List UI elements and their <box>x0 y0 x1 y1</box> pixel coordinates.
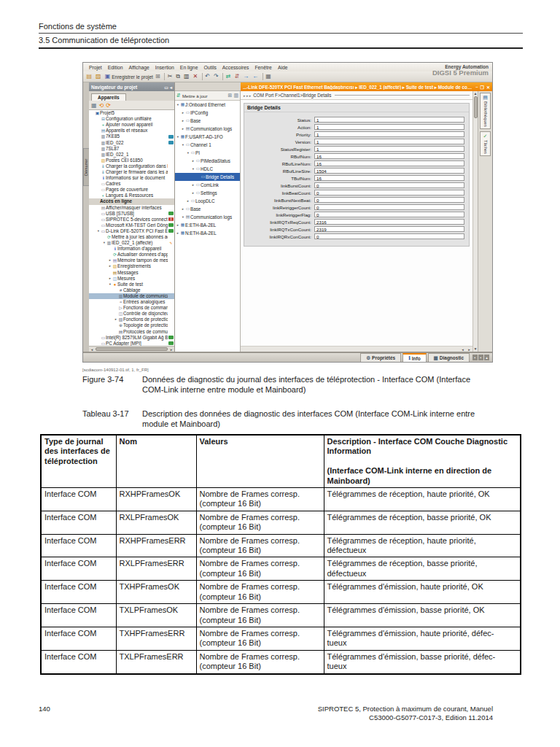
tree-item[interactable]: ▾ ▤ Communication logs <box>175 213 240 221</box>
tree-item[interactable]: ▥ IED_022 <box>89 139 174 145</box>
tree-item[interactable]: ▭ Cadres <box>89 181 174 187</box>
field-value[interactable]: 1 <box>314 139 464 144</box>
tab-start[interactable]: Démarrer <box>83 148 89 186</box>
tree-item[interactable]: ▥ 7KE85 <box>89 133 174 139</box>
new-project-button[interactable]: ▤ <box>85 72 95 81</box>
field-value[interactable]: 0 <box>314 182 464 188</box>
tree-item[interactable]: ℹ Information d'appareil <box>89 246 174 252</box>
tree-item[interactable]: ⟳ Actualiser données d'appareils <box>89 252 174 258</box>
navigator-hscrollbar[interactable]: ◂ ▸ <box>89 346 174 352</box>
toolbar-button[interactable] <box>164 73 165 80</box>
tree-item[interactable]: ▾ ▦ J:Onboard Ethernet <box>175 101 240 109</box>
field-value[interactable]: 0 <box>314 197 464 203</box>
print-button[interactable]: ⊞ <box>154 72 163 81</box>
form-vscrollbar[interactable]: ▲ ▼ <box>472 91 478 352</box>
toolbar-button[interactable] <box>202 73 203 80</box>
field-value[interactable]: 2316 <box>314 219 464 225</box>
minimize-icon[interactable]: – <box>475 85 478 89</box>
tree-item[interactable]: ▾ ▦ F:USART-AD-1FO <box>175 133 240 141</box>
tree-item[interactable]: ▥ IED_022_1 <box>89 152 174 158</box>
menu-item[interactable]: Affichage <box>126 65 152 70</box>
close-icon[interactable]: ✕ <box>486 85 490 90</box>
tree-item[interactable]: ▸ ▭ Base <box>175 117 240 125</box>
refresh-button[interactable]: Mettre à jour <box>182 93 227 98</box>
go-online-button[interactable]: ⇄ <box>225 72 233 81</box>
form-hscrollbar[interactable]: ◂ ▸ <box>241 346 472 352</box>
tree-item[interactable]: # Câblage <box>89 287 174 293</box>
tree-item[interactable]: ▸ ▦ N:ETH-BA-2EL <box>175 229 240 237</box>
tree-item[interactable]: ▾ ▥ IED_022_1 (affecté) ✎ <box>89 240 174 246</box>
inspector-tab[interactable]: ⚙ Propriétés <box>360 353 401 362</box>
tree-item[interactable]: ▭ Microsoft KM-TEST Geri Döngü Bağda... <box>89 222 174 228</box>
tree-item[interactable]: ▤ Messages <box>89 270 174 276</box>
tree-item[interactable]: ▸ ▤ Communication logs <box>175 125 240 133</box>
tree-item[interactable]: ▸ ▧ Fonctions de protection <box>89 317 174 322</box>
tree-item[interactable]: + Ajouter nouvel appareil <box>89 122 174 128</box>
menu-item[interactable]: En ligne <box>177 65 201 70</box>
menu-item[interactable]: Accessoires <box>219 65 252 70</box>
cut-button[interactable]: ✂ <box>166 72 175 81</box>
tree-item[interactable]: ▸ ▦ E:ETH-BA-2EL <box>175 221 240 229</box>
tree-item[interactable]: ▾ ▭ D-Link DFE-520TX PCI Fast Ethernet B… <box>89 228 174 234</box>
tree-item[interactable]: ▭ USB [S7USB] <box>89 211 174 217</box>
tree-item[interactable]: ◐ Langues & Ressources <box>89 193 174 198</box>
tree-item[interactable]: ▣ Projet5 <box>89 110 174 116</box>
tree-item[interactable]: ⇓ Charger la configuration dans les ap..… <box>89 163 174 169</box>
tree-item[interactable]: ⇓ Charger le firmware dans les appareils <box>89 169 174 175</box>
sync-online-icon[interactable]: ⟲ <box>99 102 104 109</box>
field-value[interactable]: 0 <box>314 190 464 196</box>
side-tab[interactable]: ▤ Bibliothèques <box>480 93 491 129</box>
menu-item[interactable]: Fenêtre <box>252 65 274 70</box>
tree-item[interactable]: ▥ Module de communication <box>89 293 174 299</box>
breadcrumb-arrows-icon[interactable]: ▸ ▸ ▸ <box>244 93 251 98</box>
tree-item[interactable]: ▸ ▭ LoopDLC <box>175 197 240 205</box>
tree-item[interactable]: ▤ Protocoles de communication <box>89 328 174 334</box>
field-value[interactable]: 1 <box>314 124 464 130</box>
tree-item[interactable]: ▥ 7SL87 <box>89 146 174 152</box>
tree-item[interactable]: ▷ Fonctions de commande <box>89 305 174 311</box>
tree-item[interactable]: Accès en ligne <box>89 198 174 204</box>
tree-item[interactable]: ▭ Pages de couverture <box>89 187 174 193</box>
tree-item[interactable]: ▾ ▭ HDLC <box>175 165 240 173</box>
tree-item[interactable]: ℹ Informations sur le document <box>89 175 174 181</box>
tree-item[interactable]: ▸ ▭ PIMediaStatus <box>175 157 240 165</box>
tree-item[interactable]: ▭ Bridge Details <box>175 173 240 181</box>
scroll-thumb[interactable] <box>474 96 478 118</box>
field-value[interactable]: 0 <box>314 212 464 217</box>
tree-item[interactable]: ▾ ▭ Channel 1 <box>175 141 240 149</box>
tree-item[interactable]: ▸ ▭ ComLink <box>175 181 240 189</box>
pin-icon[interactable]: ▭ <box>164 85 168 90</box>
scroll-left-icon[interactable]: ◂ <box>459 347 466 352</box>
tree-item[interactable]: ▨ Postes CEI 61850 <box>89 158 174 163</box>
tree-item[interactable]: ▸ ▭ Base <box>175 205 240 213</box>
details-view-icon[interactable]: ▦ <box>91 102 97 109</box>
tree-item[interactable]: ≈ Entrées analogiques <box>89 299 174 305</box>
menu-item[interactable]: Insertion <box>152 65 177 70</box>
inspector-tab[interactable]: ℹ Info <box>402 353 426 362</box>
field-value[interactable]: 1 <box>314 117 464 123</box>
tree-item[interactable]: ⊕ Topologie de protection <box>89 322 174 328</box>
tree-item[interactable]: ⟳ Mettre à jour les abonnés accessi... <box>89 234 174 240</box>
restore-icon[interactable]: ❐ <box>481 85 484 90</box>
breadcrumb[interactable]: ...-Link DFE-520TX PCI Fast Ethernet Bağ… <box>243 85 473 90</box>
upload-button[interactable]: ← <box>252 72 261 81</box>
field-value[interactable]: 16 <box>314 160 464 166</box>
tree-item[interactable]: ▾ ● Suite de test <box>89 282 174 287</box>
download-button[interactable]: → <box>242 72 252 81</box>
export-icon[interactable]: ⊞ <box>228 93 233 98</box>
delete-button[interactable]: ✕ <box>192 72 201 81</box>
tree-item[interactable]: ▭ SIPROTEC 5-devices connected via USB ╳ <box>89 217 174 222</box>
go-offline-button[interactable]: ⇵ <box>233 72 242 81</box>
field-value[interactable]: 2319 <box>314 226 464 232</box>
field-value[interactable]: 1 <box>314 131 464 137</box>
toolbar-button[interactable] <box>222 73 223 80</box>
side-tab[interactable]: ✓ Tâches <box>480 131 491 156</box>
open-project-button[interactable]: ▨ <box>95 72 104 81</box>
tree-item[interactable]: ▭ Intel(R) 82579LM Gigabit Ağ Bağlantısı <box>89 335 174 341</box>
field-value[interactable]: 16 <box>314 175 464 181</box>
field-value[interactable]: 1 <box>314 146 464 152</box>
field-value[interactable]: 1504 <box>314 168 464 174</box>
tree-item[interactable]: ▸ ▭ IPConfig <box>175 109 240 117</box>
refresh-icon[interactable]: ⟳ <box>106 102 111 109</box>
tree-item[interactable]: ▸ ◫ Mesures <box>89 276 174 282</box>
